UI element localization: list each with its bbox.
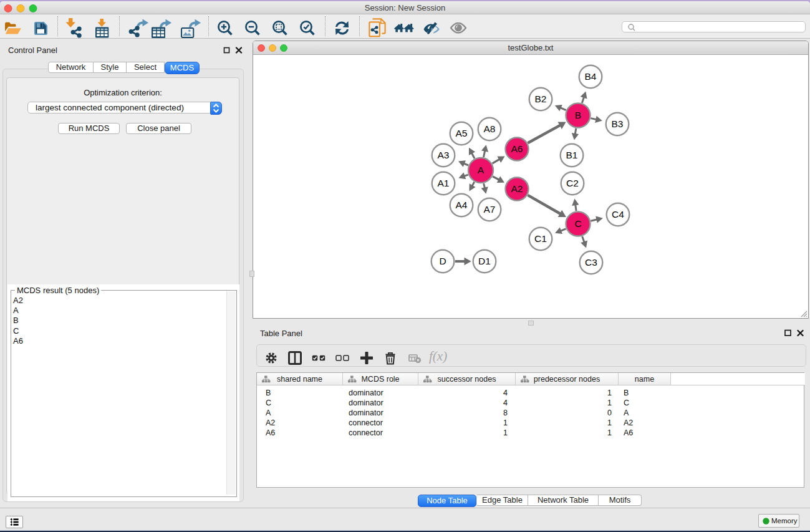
svg-text:C2: C2 — [566, 178, 579, 188]
svg-text:A8: A8 — [484, 123, 496, 134]
svg-text:A7: A7 — [484, 204, 496, 215]
svg-text:A6: A6 — [511, 143, 523, 154]
svg-text:A5: A5 — [456, 128, 468, 138]
svg-text:C3: C3 — [585, 257, 597, 268]
svg-text:A2: A2 — [511, 183, 523, 194]
svg-text:B2: B2 — [535, 94, 547, 104]
svg-text:D: D — [439, 256, 446, 266]
svg-text:B3: B3 — [612, 118, 624, 129]
svg-text:A4: A4 — [456, 200, 468, 210]
svg-text:A1: A1 — [438, 178, 450, 188]
svg-text:C1: C1 — [534, 233, 547, 244]
svg-text:A3: A3 — [438, 150, 450, 160]
svg-text:C: C — [574, 218, 581, 229]
svg-text:C4: C4 — [612, 209, 624, 220]
svg-text:D1: D1 — [478, 256, 491, 266]
svg-text:B: B — [575, 110, 581, 120]
svg-text:B4: B4 — [585, 71, 597, 82]
svg-text:B1: B1 — [566, 150, 578, 160]
svg-text:A: A — [478, 165, 485, 175]
